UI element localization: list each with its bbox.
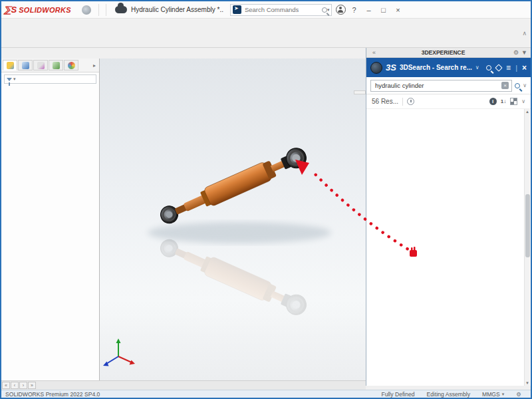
panel-title: 3DEXPERIENCE	[376, 49, 511, 56]
window-controls: ? – □ ×	[336, 4, 404, 16]
document-tab-bar: « ‹ › »	[1, 380, 366, 390]
minimize-button[interactable]: –	[362, 4, 375, 16]
origin-triad-icon	[103, 338, 135, 366]
tree-filter[interactable]: ▾	[4, 74, 96, 84]
status-bar: SOLIDWORKS Premium 2022 SP4.0 Fully Defi…	[1, 390, 531, 398]
model-shadow	[148, 222, 331, 243]
search-input[interactable]	[374, 81, 501, 90]
panel-settings-gear-icon[interactable]: ⚙	[513, 49, 519, 56]
close-button[interactable]: ×	[391, 4, 404, 16]
info-icon[interactable]: i	[489, 98, 497, 105]
chevron-down-icon[interactable]: ∨	[521, 98, 525, 104]
document-title: Hydraulic Cylinder Assembly *..	[131, 6, 223, 13]
chevron-down-icon[interactable]: ▾	[502, 392, 505, 397]
property-manager-icon	[22, 62, 29, 69]
tab-scroll-right-icon[interactable]: ›	[19, 382, 27, 389]
status-defined: Fully Defined	[381, 391, 414, 398]
filter-funnel-icon	[7, 78, 12, 81]
title-bar: ⅀S SOLIDWORKS Hydraulic Cylinder Assembl…	[1, 1, 531, 19]
scroll-up-icon[interactable]: ▲	[525, 109, 529, 114]
chevron-down-icon[interactable]: ▾	[13, 76, 16, 82]
maximize-button[interactable]: □	[376, 4, 390, 16]
tag-icon[interactable]	[495, 64, 502, 71]
solidworks-window: ⅀S SOLIDWORKS Hydraulic Cylinder Assembl…	[0, 0, 532, 399]
results-scrollbar[interactable]: ▲ ▼	[524, 109, 530, 386]
divider: |	[515, 64, 517, 72]
search-box[interactable]: ×	[370, 80, 512, 92]
panel-header: « 3DEXPERIENCE ⚙ ▼	[366, 48, 531, 58]
search-submit-icon[interactable]	[515, 83, 520, 88]
divider	[106, 4, 106, 16]
results-list: ▲ ▼	[366, 109, 531, 386]
tab-feature-manager[interactable]	[3, 60, 17, 70]
command-manager: ∧	[1, 19, 531, 48]
scrollbar-thumb[interactable]	[525, 194, 530, 257]
model-reflection	[158, 235, 310, 318]
pin-menu-icon[interactable]	[82, 5, 91, 15]
search-app-bar: 3S 3DSearch - Search re... ∨ ≡ | ×	[366, 58, 531, 77]
search-commands-input[interactable]	[243, 5, 322, 14]
status-options-gear-icon[interactable]: ⚙	[516, 391, 521, 398]
tab-overflow-icon[interactable]: ▸	[93, 63, 98, 68]
dimxpert-manager-icon	[53, 62, 60, 69]
tab-scroll-first-icon[interactable]: «	[2, 382, 10, 389]
feature-manager-panel: ▸ ▾	[1, 59, 100, 380]
feature-manager-icon	[7, 62, 14, 69]
model-viewport	[100, 59, 366, 380]
sw-search-logo-icon	[233, 5, 241, 14]
graphics-area[interactable]	[100, 59, 366, 380]
app-title[interactable]: 3DSearch - Search re...	[400, 64, 472, 71]
brand-name: SOLIDWORKS	[19, 6, 71, 14]
experience-panel: « 3DEXPERIENCE ⚙ ▼ 3S 3DSearch - Search …	[366, 48, 531, 386]
status-mode: Editing Assembly	[427, 391, 470, 398]
collapse-ribbon-icon[interactable]: ∧	[518, 30, 531, 37]
display-manager-icon	[68, 62, 75, 69]
tile-view-icon[interactable]	[510, 98, 517, 105]
divider	[402, 98, 403, 106]
solidworks-logo: ⅀S SOLIDWORKS	[4, 5, 71, 15]
chevron-down-icon[interactable]: ∨	[475, 65, 479, 70]
ds-logo-icon: 3S	[386, 63, 396, 72]
close-panel-icon[interactable]: ×	[522, 63, 527, 72]
results-count: 56 Res...	[372, 98, 398, 105]
help-button[interactable]: ?	[347, 4, 360, 16]
configuration-manager-icon	[37, 62, 45, 69]
search-icon[interactable]	[486, 65, 491, 70]
feature-tree	[1, 86, 99, 380]
chevron-down-icon[interactable]: ▾	[327, 7, 330, 13]
search-row: × ∨	[366, 77, 531, 94]
divider	[98, 4, 99, 16]
compass-icon[interactable]	[370, 62, 382, 74]
status-units[interactable]: MMGS	[482, 391, 500, 398]
chevron-down-icon[interactable]: ∨	[523, 82, 527, 88]
panel-pin-icon[interactable]: ▼	[521, 49, 527, 56]
experience-side-toolbar	[354, 90, 366, 94]
tab-dimxpert-manager[interactable]	[49, 60, 63, 70]
cloud-icon	[115, 6, 127, 13]
command-search[interactable]: ▾	[230, 4, 332, 16]
hydraulic-cylinder-model[interactable]	[158, 145, 310, 227]
tab-configuration-manager[interactable]	[33, 60, 48, 70]
document-title-group: Hydraulic Cylinder Assembly *..	[115, 6, 227, 13]
tab-property-manager[interactable]	[18, 60, 33, 70]
clear-search-icon[interactable]: ×	[501, 82, 509, 89]
user-icon[interactable]	[336, 5, 346, 15]
main-area: ▸ ▾	[1, 59, 366, 380]
sort-icon[interactable]: 1↓	[501, 98, 506, 104]
history-clock-icon[interactable]	[407, 98, 414, 105]
results-toolbar: 56 Res... i 1↓ ∨	[366, 94, 531, 109]
tab-scroll-last-icon[interactable]: »	[28, 382, 36, 389]
solidworks-logo-icon: ⅀S	[4, 5, 17, 15]
feature-manager-tabs: ▸	[1, 59, 99, 72]
search-icon[interactable]	[322, 7, 327, 13]
tab-display-manager[interactable]	[64, 60, 78, 70]
status-left: SOLIDWORKS Premium 2022 SP4.0	[5, 391, 100, 398]
scroll-down-icon[interactable]: ▼	[525, 380, 529, 386]
menu-icon[interactable]: ≡	[506, 63, 511, 72]
tab-scroll-left-icon[interactable]: ‹	[11, 382, 19, 389]
